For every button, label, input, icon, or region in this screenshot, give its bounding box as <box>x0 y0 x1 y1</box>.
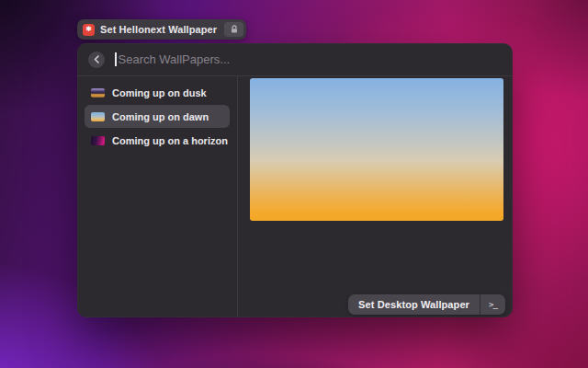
set-desktop-wallpaper-button[interactable]: Set Desktop Wallpaper >_ <box>348 294 505 315</box>
desktop-background: ✱ Set Hellonext Wallpaper <box>0 0 588 368</box>
wallpaper-list: Coming up on dusk Coming up on dawn Comi… <box>77 76 238 317</box>
search-bar <box>77 43 513 76</box>
list-item-horizon[interactable]: Coming up on a horizon <box>85 129 230 152</box>
search-input[interactable] <box>119 52 503 66</box>
lock-icon <box>224 22 243 37</box>
list-item-label: Coming up on a horizon <box>112 135 228 146</box>
command-pill: ✱ Set Hellonext Wallpaper <box>77 19 246 40</box>
list-item-label: Coming up on dawn <box>112 111 209 122</box>
command-title: Set Hellonext Wallpaper <box>100 24 217 35</box>
dusk-thumbnail-icon <box>91 88 105 98</box>
wallpaper-preview-image <box>250 78 503 221</box>
window-body: Coming up on dusk Coming up on dawn Comi… <box>77 76 513 317</box>
horizon-thumbnail-icon <box>91 136 105 145</box>
wallpaper-picker-window: Coming up on dusk Coming up on dawn Comi… <box>77 43 513 317</box>
enter-key-hint-icon: >_ <box>481 294 505 315</box>
dawn-thumbnail-icon <box>91 112 105 121</box>
back-button[interactable] <box>88 52 105 68</box>
text-caret <box>115 52 117 66</box>
list-item-dawn[interactable]: Coming up on dawn <box>85 105 230 128</box>
hellonext-app-icon: ✱ <box>83 24 95 36</box>
action-button-label: Set Desktop Wallpaper <box>348 294 480 315</box>
chevron-left-icon <box>94 55 100 63</box>
list-item-label: Coming up on dusk <box>112 87 207 98</box>
detail-panel: Set Desktop Wallpaper >_ <box>238 76 513 317</box>
list-item-dusk[interactable]: Coming up on dusk <box>85 81 230 104</box>
